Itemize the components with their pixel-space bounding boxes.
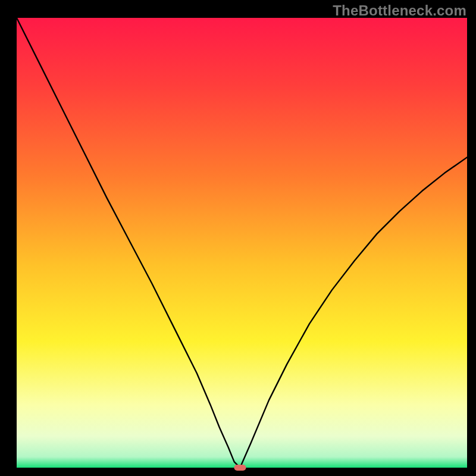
chart-frame: TheBottleneck.com xyxy=(0,0,476,476)
plot-background xyxy=(17,18,467,468)
minimum-marker xyxy=(234,465,246,471)
watermark-text: TheBottleneck.com xyxy=(333,2,466,19)
bottleneck-chart xyxy=(0,0,476,476)
